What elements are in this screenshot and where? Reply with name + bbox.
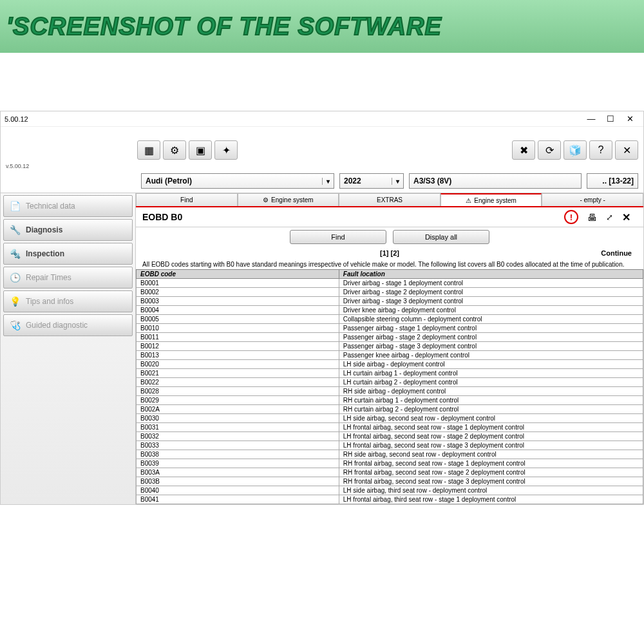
find-button[interactable]: Find (290, 230, 386, 244)
table-row[interactable]: B0010Passenger airbag - stage 1 deployme… (137, 324, 643, 333)
sidebar-icon: 🔧 (9, 224, 21, 236)
package-icon[interactable]: 🧊 (564, 140, 587, 160)
sidebar-icon: 📄 (9, 200, 21, 212)
close-icon[interactable]: ✕ (620, 113, 639, 126)
cancel-button[interactable]: ✖ (512, 140, 535, 160)
make-select[interactable]: Audi (Petrol) ▾ (141, 173, 334, 189)
exit-button[interactable]: ✕ (615, 140, 638, 160)
table-row[interactable]: B0013Passenger knee airbag - deployment … (137, 351, 643, 360)
sidebar-item-diagnosis[interactable]: 🔧Diagnosis (3, 219, 133, 241)
content: Find⚙Engine systemEXTRAS⚠Engine system- … (136, 193, 643, 504)
tab-engine-system[interactable]: ⚙Engine system (238, 193, 339, 206)
table-cell: RH frontal airbag, second seat row - sta… (339, 459, 643, 468)
table-cell: Driver airbag - stage 3 deployment contr… (339, 297, 643, 306)
tab-find[interactable]: Find (136, 193, 238, 206)
table-row[interactable]: B0003Driver airbag - stage 3 deployment … (137, 297, 643, 306)
table-cell: Passenger knee airbag - deployment contr… (339, 351, 643, 360)
sidebar-item-inspection[interactable]: 🔩Inspection (3, 243, 133, 265)
warning-icon[interactable]: ! (564, 210, 578, 224)
sidebar-item-guided-diagnostic[interactable]: 🩺Guided diagnostic (3, 314, 133, 336)
table-cell: B0012 (137, 342, 339, 351)
table-row[interactable]: B0039RH frontal airbag, second seat row … (137, 459, 643, 468)
table-row[interactable]: B0041LH frontal airbag, third seat row -… (137, 495, 643, 504)
table-row[interactable]: B0032LH frontal airbag, second seat row … (137, 432, 643, 441)
sidebar-item-repair-times[interactable]: 🕒Repair Times (3, 267, 133, 289)
continue-link[interactable]: Continue (601, 249, 632, 257)
tab-extras[interactable]: EXTRAS (339, 193, 440, 206)
maximize-icon[interactable]: ☐ (601, 113, 620, 126)
model-select[interactable]: A3/S3 (8V) (409, 173, 582, 189)
close-section-icon[interactable]: ✕ (622, 211, 630, 223)
table-row[interactable]: B0012Passenger airbag - stage 3 deployme… (137, 342, 643, 351)
pager-text[interactable]: [1] [2] (380, 249, 399, 257)
window-title: 5.00.12 (5, 115, 28, 123)
table-row[interactable]: B0011Passenger airbag - stage 2 deployme… (137, 333, 643, 342)
table-row[interactable]: B003ARH frontal airbag, second seat row … (137, 468, 643, 477)
table-cell: RH curtain airbag 2 - deployment control (339, 405, 643, 414)
year-select[interactable]: 2022 ▾ (339, 173, 404, 189)
section-buttons: Find Display all (136, 227, 643, 247)
gear-icon[interactable]: ✦ (214, 140, 238, 160)
app-window: 5.00.12 — ☐ ✕ v.5.00.12 ▦ ⚙ ▣ ✦ ✖ ⟳ 🧊 ? … (0, 111, 644, 505)
banner: 'SCREENSHOT OF THE SOFTWARE (0, 0, 644, 53)
table-cell: RH curtain airbag 1 - deployment control (339, 396, 643, 405)
sidebar-item-label: Repair Times (26, 273, 71, 282)
help-button[interactable]: ? (589, 140, 612, 160)
expand-icon[interactable]: ⤢ (606, 213, 613, 222)
table-cell: LH side airbag - deployment control (339, 360, 643, 369)
table-row[interactable]: B002ARH curtain airbag 2 - deployment co… (137, 405, 643, 414)
table-row[interactable]: B0004Driver knee airbag - deployment con… (137, 306, 643, 315)
engine-icon[interactable]: ⚙ (163, 140, 186, 160)
table-cell: B0001 (137, 279, 339, 288)
table-cell: B0003 (137, 297, 339, 306)
table-cell: B002A (137, 405, 339, 414)
table-row[interactable]: B0022LH curtain airbag 2 - deployment co… (137, 378, 643, 387)
model-value: A3/S3 (8V) (413, 176, 451, 185)
year-value: 2022 (344, 176, 361, 185)
table-cell: RH side airbag, second seat row - deploy… (339, 450, 643, 459)
gap (0, 53, 644, 111)
table-row[interactable]: B0028RH side airbag - deployment control (137, 387, 643, 396)
table-cell: B0013 (137, 351, 339, 360)
sidebar-item-tips-and-infos[interactable]: 💡Tips and infos (3, 290, 133, 312)
print-icon[interactable]: 🖶 (587, 212, 597, 223)
table-row[interactable]: B0029RH curtain airbag 1 - deployment co… (137, 396, 643, 405)
table-row[interactable]: B003BRH frontal airbag, second seat row … (137, 477, 643, 486)
range-select[interactable]: .. [13-22] (587, 173, 638, 189)
table-row[interactable]: B0031LH frontal airbag, second seat row … (137, 423, 643, 432)
table-row[interactable]: B0021LH curtain airbag 1 - deployment co… (137, 369, 643, 378)
table-cell: LH frontal airbag, second seat row - sta… (339, 441, 643, 450)
layers-icon[interactable]: ▦ (137, 140, 160, 160)
section-note: All EOBD codes starting with B0 have sta… (136, 260, 643, 269)
table-cell: Driver airbag - stage 2 deployment contr… (339, 288, 643, 297)
table-row[interactable]: B0040LH side airbag, third seat row - de… (137, 486, 643, 495)
table-row[interactable]: B0030LH side airbag, second seat row - d… (137, 414, 643, 423)
sidebar-item-label: Tips and infos (26, 297, 73, 306)
minimize-icon[interactable]: — (582, 113, 601, 126)
refresh-button[interactable]: ⟳ (538, 140, 561, 160)
sidebar-icon: 🩺 (9, 319, 21, 331)
table-cell: RH frontal airbag, second seat row - sta… (339, 477, 643, 486)
park-icon[interactable]: ▣ (189, 140, 212, 160)
table-row[interactable]: B0038RH side airbag, second seat row - d… (137, 450, 643, 459)
version-label: v.5.00.12 (6, 163, 135, 169)
tab-engine-system[interactable]: ⚠Engine system (440, 193, 542, 206)
table-row[interactable]: B0002Driver airbag - stage 2 deployment … (137, 288, 643, 297)
table-cell: B0002 (137, 288, 339, 297)
table-cell: Collapsible steering column - deployment… (339, 315, 643, 324)
display-all-button[interactable]: Display all (393, 230, 489, 244)
sidebar-item-label: Guided diagnostic (26, 321, 88, 330)
table-row[interactable]: B0020LH side airbag - deployment control (137, 360, 643, 369)
tab--empty-[interactable]: - empty - (542, 193, 643, 206)
table-row[interactable]: B0001Driver airbag - stage 1 deployment … (137, 279, 643, 288)
table-row[interactable]: B0005Collapsible steering column - deplo… (137, 315, 643, 324)
sidebar-item-technical-data[interactable]: 📄Technical data (3, 195, 133, 217)
codes-table: EOBD codeFault location B0001Driver airb… (136, 269, 643, 504)
sidebar-icon: 🕒 (9, 272, 21, 283)
table-row[interactable]: B0033LH frontal airbag, second seat row … (137, 441, 643, 450)
table-cell: B0031 (137, 423, 339, 432)
table-cell: LH frontal airbag, second seat row - sta… (339, 423, 643, 432)
chevron-down-icon: ▾ (392, 178, 399, 185)
table-cell: Passenger airbag - stage 3 deployment co… (339, 342, 643, 351)
table-cell: B0005 (137, 315, 339, 324)
